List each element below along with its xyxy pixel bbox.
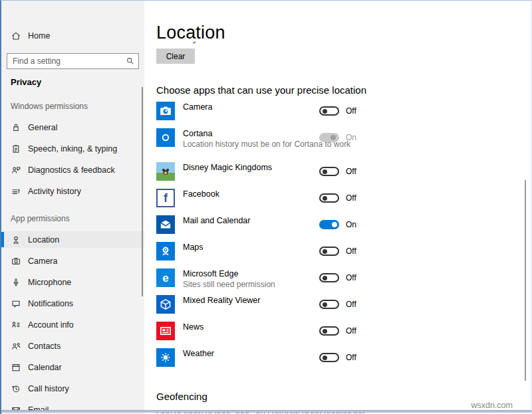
toggle-state-label: On — [346, 133, 356, 142]
activity-icon — [11, 186, 21, 197]
sidebar-item-contacts[interactable]: Contacts — [1, 338, 144, 354]
camera-location-toggle[interactable] — [319, 106, 339, 116]
sidebar-item-calendar[interactable]: Calendar — [1, 359, 144, 375]
sidebar-item-label: Call history — [28, 384, 69, 393]
sidebar-scrollbar[interactable] — [142, 87, 143, 296]
camera-icon — [11, 256, 21, 266]
sidebar-item-home[interactable]: Home — [1, 27, 144, 44]
toggle-state-label: Off — [346, 353, 356, 362]
group-label-windows-permissions: Windows permissions — [1, 102, 144, 111]
sidebar-item-activity-history[interactable]: Activity history — [1, 183, 144, 199]
app-row-facebook: f Facebook Off — [156, 189, 531, 215]
maps-location-toggle[interactable] — [319, 247, 339, 256]
disney-location-toggle[interactable] — [319, 167, 339, 176]
app-row-mixed-reality-viewer: Mixed Reality Viewer Off — [156, 295, 531, 322]
app-row-news: News Off — [156, 322, 531, 348]
sidebar-item-speech-inking-typing[interactable]: Speech, inking, & typing — [1, 140, 144, 157]
mixed-reality-location-toggle[interactable] — [319, 300, 339, 309]
clear-button[interactable]: Clear — [156, 49, 195, 64]
toggle-knob — [332, 222, 337, 227]
toggle-state-label: Off — [346, 167, 356, 176]
edge-location-toggle[interactable] — [319, 273, 339, 282]
maps-tile-icon — [156, 242, 175, 260]
toggle-state-label: Off — [346, 300, 356, 309]
toggle-state-label: Off — [346, 326, 356, 336]
group-label-app-permissions: App permissions — [1, 214, 144, 223]
disney-tile-icon — [156, 162, 175, 181]
cortana-tile-icon — [156, 128, 175, 147]
weather-tile-icon — [156, 348, 175, 367]
sidebar-item-label: General — [28, 123, 57, 132]
mail-tile-icon — [156, 215, 175, 234]
lock-icon — [11, 122, 21, 133]
edge-tile-icon: e — [156, 268, 175, 287]
facebook-location-toggle[interactable] — [319, 193, 339, 203]
toggle-state-label: Off — [346, 193, 356, 203]
sidebar-item-label: Speech, inking, & typing — [28, 144, 117, 154]
app-row-disney-magic-kingdoms: Disney Magic Kingdoms Off — [156, 162, 531, 189]
sidebar-item-call-history[interactable]: Call history — [1, 380, 144, 397]
sidebar-item-label: Home — [28, 31, 50, 41]
sidebar-item-diagnostics-feedback[interactable]: Diagnostics & feedback — [1, 161, 144, 178]
toggle-state-label: Off — [346, 273, 356, 282]
camera-tile-icon — [156, 102, 175, 120]
app-row-weather: Weather Off — [156, 348, 531, 375]
toggle-knob — [323, 249, 327, 254]
page-title: Location — [156, 23, 531, 42]
home-icon — [11, 31, 21, 41]
notifications-icon — [11, 298, 21, 309]
toggle-state-label: On — [346, 220, 356, 229]
feedback-icon — [11, 165, 21, 175]
app-row-camera: Camera Off — [156, 102, 531, 128]
toggle-knob — [323, 276, 327, 280]
calendar-icon — [11, 362, 21, 373]
mail-calendar-location-toggle[interactable] — [319, 220, 339, 229]
main-panel: Location Clear Choose apps that can use … — [144, 1, 531, 414]
apps-section-heading: Choose apps that can use your precise lo… — [156, 84, 531, 96]
sidebar-item-location[interactable]: Location — [1, 231, 144, 248]
toggle-knob — [323, 356, 327, 360]
microphone-icon — [11, 277, 21, 288]
toggle-knob — [323, 169, 327, 174]
sidebar-item-label: Microphone — [28, 278, 71, 287]
weather-location-toggle[interactable] — [319, 353, 339, 362]
search-box — [7, 53, 139, 69]
sidebar-item-label: Camera — [28, 257, 57, 266]
account-icon — [11, 320, 21, 330]
toggle-knob — [331, 135, 336, 140]
search-icon[interactable] — [126, 56, 135, 66]
clipboard-icon — [11, 144, 21, 154]
sidebar-item-label: Location — [28, 235, 59, 245]
sidebar-item-label: Activity history — [28, 187, 81, 196]
window-bottom-border — [1, 410, 531, 413]
sidebar-item-label: Diagnostics & feedback — [28, 165, 115, 175]
sidebar-item-general[interactable]: General — [1, 119, 144, 136]
toggle-state-label: Off — [346, 106, 356, 116]
search-input[interactable] — [7, 54, 138, 68]
sidebar-item-account-info[interactable]: Account info — [1, 316, 144, 333]
sidebar-item-microphone[interactable]: Microphone — [1, 274, 144, 290]
sidebar-item-camera[interactable]: Camera — [1, 253, 144, 269]
news-location-toggle[interactable] — [319, 326, 339, 336]
toggle-knob — [323, 329, 327, 334]
app-row-maps: Maps Off — [156, 242, 531, 268]
facebook-letter: f — [164, 192, 168, 204]
sidebar-item-label: Account info — [28, 320, 74, 330]
mixed-reality-tile-icon — [156, 295, 175, 314]
sidebar: Home Privacy Windows permissions General… — [1, 1, 144, 414]
sidebar-item-label: Contacts — [28, 342, 61, 351]
toggle-state-label: Off — [346, 247, 356, 256]
app-row-cortana: Cortana Location history must be on for … — [156, 128, 531, 162]
toggle-knob — [323, 109, 327, 114]
contacts-icon — [11, 341, 21, 352]
app-row-mail-and-calendar: Mail and Calendar On — [156, 215, 531, 242]
app-permission-list: Camera Off Cortana Location history must… — [156, 102, 531, 375]
sidebar-item-label: Notifications — [28, 299, 73, 308]
content-scrollbar[interactable] — [525, 180, 526, 381]
sidebar-section-privacy: Privacy — [1, 77, 144, 87]
cortana-location-toggle — [319, 133, 339, 142]
call-history-icon — [11, 383, 21, 394]
sidebar-item-label: Calendar — [28, 363, 62, 372]
sidebar-item-notifications[interactable]: Notifications — [1, 295, 144, 312]
app-row-microsoft-edge: e Microsoft Edge Sites still need permis… — [156, 268, 531, 295]
